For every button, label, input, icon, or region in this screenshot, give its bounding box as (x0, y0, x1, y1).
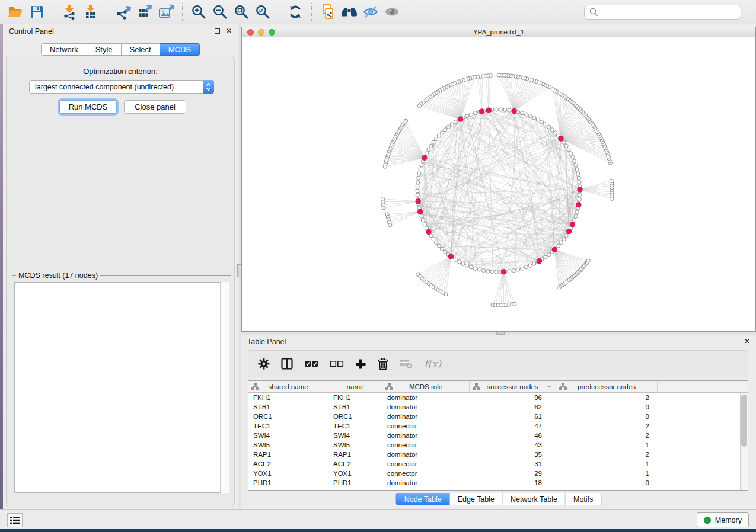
close-panel-icon[interactable]: ✕ (226, 28, 232, 34)
import-table-icon (83, 4, 98, 20)
table-settings-button[interactable] (258, 358, 270, 370)
export-network-button[interactable] (113, 2, 134, 22)
table-panel-tabs: Node TableEdge TableNetwork TableMotifs (396, 493, 602, 505)
column-header[interactable]: ⌄ (658, 381, 748, 392)
mcds-buttons-row: Run MCDS Close panel (7, 100, 234, 114)
refresh-button[interactable] (285, 2, 306, 22)
eye-icon (384, 4, 400, 20)
network-canvas-svg[interactable] (242, 37, 755, 331)
network-window-title: YPA_prune.txt_1 (242, 28, 755, 36)
float-panel-icon[interactable] (215, 28, 220, 34)
toggle-columns-button[interactable] (281, 358, 293, 370)
column-header[interactable]: successor nodes ⌄ (470, 381, 556, 392)
zoom-out-button[interactable] (209, 2, 231, 22)
preview-eye-button[interactable] (381, 2, 403, 22)
control-panel-title: Control Panel (9, 27, 54, 36)
mcds-result-list (14, 282, 229, 493)
node-table: shared name ⌄ name ⌄ MCDS role ⌄ (248, 380, 748, 491)
show-panels-menu-button[interactable] (7, 513, 23, 527)
table-tab[interactable]: Network Table (503, 493, 566, 505)
apply-function-button[interactable]: f(x) (424, 358, 441, 370)
control-panel-tab[interactable]: Select (122, 43, 160, 56)
memory-button[interactable]: Memory (697, 512, 749, 527)
copy-share-button[interactable] (317, 2, 339, 22)
deselect-all-rows-button[interactable] (330, 359, 344, 368)
control-panel: Control Panel ✕ NetworkStyleSelectMCDS O… (3, 24, 238, 509)
table-row[interactable]: SWI4 SWI4 dominator 46 2 (248, 431, 748, 440)
network-view-window: YPA_prune.txt_1 (241, 27, 756, 332)
table-row[interactable]: ACE2 ACE2 connector 31 1 (248, 459, 748, 469)
export-image-icon (158, 4, 174, 20)
result-list-scrollbar[interactable] (220, 282, 229, 493)
table-row[interactable]: YOX1 YOX1 connector 29 1 (248, 469, 748, 478)
open-file-button[interactable] (5, 2, 26, 22)
delete-table-button[interactable] (400, 358, 413, 369)
zoom-in-button[interactable] (188, 2, 209, 22)
table-panel-titlebar: Table Panel ✕ (241, 335, 756, 349)
search-input[interactable] (602, 8, 736, 17)
run-mcds-button[interactable]: Run MCDS (59, 100, 117, 114)
attribute-type-icon (385, 383, 393, 391)
table-tab[interactable]: Edge Table (450, 493, 503, 505)
status-bar: Memory (0, 509, 756, 529)
export-table-icon (137, 4, 153, 20)
trash-icon (378, 358, 388, 370)
node-table-header: shared name ⌄ name ⌄ MCDS role ⌄ (248, 381, 748, 393)
scrollbar-thumb[interactable] (741, 395, 747, 447)
import-table-button[interactable] (80, 2, 101, 22)
table-row[interactable]: TEC1 TEC1 connector 47 2 (248, 421, 748, 431)
network-search-field[interactable] (584, 5, 741, 20)
zoom-selected-icon (255, 4, 270, 20)
table-row[interactable]: FKH1 FKH1 dominator 96 2 (248, 393, 748, 402)
control-panel-tab[interactable]: Style (87, 43, 122, 56)
main-toolbar (0, 0, 756, 24)
export-table-button[interactable] (134, 2, 155, 22)
optimization-criterion-label: Optimization criterion: (7, 67, 234, 76)
import-network-button[interactable] (59, 2, 80, 22)
column-header[interactable]: predecessor nodes ⌄ (556, 381, 658, 392)
attribute-type-icon (251, 383, 259, 391)
zoom-out-icon (212, 4, 228, 20)
table-toolbar: f(x) (248, 350, 748, 377)
table-row[interactable]: PHD1 PHD1 dominator 18 0 (248, 478, 748, 488)
save-session-button[interactable] (26, 2, 47, 22)
close-panel-button[interactable]: Close panel (124, 100, 186, 114)
open-folder-icon (7, 4, 24, 20)
plus-icon (355, 358, 366, 370)
show-hide-panels-button[interactable] (360, 2, 381, 22)
export-network-icon (116, 4, 132, 20)
mcds-tab-panel: Optimization criterion: largest connecte… (6, 56, 235, 507)
zoom-in-icon (191, 4, 206, 20)
column-header[interactable]: shared name ⌄ (248, 381, 328, 392)
table-row[interactable]: STB1 STB1 dominator 62 0 (248, 402, 748, 412)
sort-caret-icon: ⌄ (547, 382, 552, 389)
control-panel-tab[interactable]: MCDS (160, 43, 200, 56)
table-tab[interactable]: Node Table (396, 493, 450, 505)
cytoscape-app: Control Panel ✕ NetworkStyleSelectMCDS O… (0, 0, 756, 532)
table-scrollbar[interactable] (740, 393, 748, 490)
table-panel-title: Table Panel (247, 338, 286, 346)
select-all-rows-button[interactable] (304, 359, 318, 368)
mcds-result-groupbox: MCDS result (17 nodes) (12, 275, 231, 495)
node-table-body: FKH1 FKH1 dominator 96 2 STB1 STB1 domin… (248, 393, 748, 488)
zoom-fit-icon (234, 4, 249, 20)
close-panel-icon[interactable]: ✕ (744, 338, 750, 344)
export-image-button[interactable] (155, 2, 177, 22)
table-row[interactable]: RAP1 RAP1 dominator 35 2 (248, 450, 748, 459)
zoom-selected-button[interactable] (252, 2, 273, 22)
table-row[interactable]: ORC1 ORC1 dominator 61 0 (248, 412, 748, 421)
column-header[interactable]: name ⌄ (328, 381, 382, 392)
delete-column-button[interactable] (378, 358, 388, 370)
add-column-button[interactable] (355, 358, 366, 370)
float-panel-icon[interactable] (733, 339, 738, 344)
column-header[interactable]: MCDS role ⌄ (382, 381, 470, 392)
search-network-button[interactable] (339, 2, 360, 22)
table-row[interactable]: SWI5 SWI5 connector 43 1 (248, 440, 748, 450)
import-network-icon (62, 4, 77, 20)
table-panel: Table Panel ✕ (241, 335, 756, 509)
optimization-criterion-select[interactable]: largest connected component (undirected) (29, 80, 214, 94)
control-panel-tab[interactable]: Network (41, 43, 87, 56)
save-floppy-icon (29, 4, 44, 20)
zoom-fit-button[interactable] (231, 2, 252, 22)
table-tab[interactable]: Motifs (566, 493, 601, 505)
